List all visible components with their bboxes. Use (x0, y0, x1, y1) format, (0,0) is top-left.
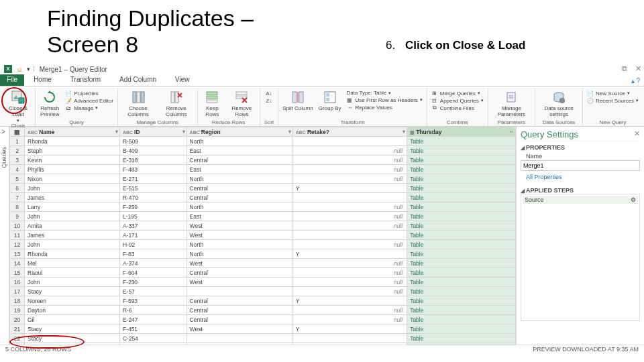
cell-id[interactable]: F-259 (119, 202, 186, 212)
remove-rows-button[interactable]: Remove Rows (228, 88, 255, 118)
collapse-icon[interactable]: ◢ (521, 188, 525, 194)
cell-id[interactable]: A-171 (119, 231, 186, 240)
cell-name[interactable]: Raoul (25, 268, 120, 278)
first-row-headers-button[interactable]: ▦Use First Row as Headers▾ (346, 97, 422, 103)
close-window-icon[interactable]: ✕ (635, 64, 641, 73)
table-row[interactable]: 18NoreenF-593CentralYTable (10, 296, 516, 306)
row-number[interactable]: 13 (10, 249, 25, 259)
cell-name[interactable]: Amita (25, 221, 120, 231)
sort-desc-button[interactable]: Z↓ (266, 97, 272, 104)
cell-name[interactable]: Gil (25, 315, 120, 324)
table-row[interactable]: 4PhyllisF-483EastnullTable (10, 165, 516, 174)
cell-region[interactable]: East (186, 212, 292, 221)
cell-thursday[interactable]: Table (407, 324, 516, 334)
tab-transform[interactable]: Transform (61, 74, 110, 86)
cell-thursday[interactable]: Table (407, 240, 516, 249)
cell-name[interactable]: Phyllis (25, 165, 120, 174)
cell-thursday[interactable]: Table (407, 306, 516, 315)
cell-region[interactable]: North (186, 249, 292, 259)
table-row[interactable]: 14MelA-374WestnullTable (10, 259, 516, 268)
cell-region[interactable]: East (186, 146, 292, 156)
help-icon[interactable]: ? (636, 77, 640, 84)
cell-name[interactable]: Rhonda (25, 249, 120, 259)
table-row[interactable]: 17StacyE-57nullTable (10, 287, 516, 296)
row-number[interactable]: 17 (10, 287, 25, 296)
row-number[interactable]: 14 (10, 259, 25, 268)
cell-retake[interactable] (292, 231, 407, 240)
cell-id[interactable]: F-230 (119, 278, 186, 287)
cell-region[interactable]: West (186, 259, 292, 268)
column-header-retake[interactable]: ABCRetake?▾ (292, 127, 407, 137)
cell-retake[interactable]: null (292, 306, 407, 315)
refresh-preview-button[interactable]: Refresh Preview (40, 88, 60, 118)
cell-name[interactable]: Noreen (25, 296, 120, 306)
cell-thursday[interactable]: Table (407, 268, 516, 278)
cell-name[interactable]: Kevin (25, 156, 120, 165)
cell-retake[interactable]: null (292, 287, 407, 296)
cell-id[interactable]: E-57 (119, 287, 186, 296)
cell-thursday[interactable]: Table (407, 212, 516, 221)
cell-region[interactable]: East (186, 165, 292, 174)
table-row[interactable]: 13RhondaF-83NorthYTable (10, 249, 516, 259)
corner-cell[interactable]: ▦ (10, 127, 25, 137)
restore-icon[interactable]: ⧉ (622, 64, 627, 73)
table-row[interactable]: 9JohnL-195EastnullTable (10, 212, 516, 221)
cell-region[interactable]: Central (186, 156, 292, 165)
cell-thursday[interactable]: Table (407, 165, 516, 174)
cell-retake[interactable]: null (292, 259, 407, 268)
cell-retake[interactable]: null (292, 212, 407, 221)
cell-thursday[interactable]: Table (407, 231, 516, 240)
cell-name[interactable]: Dayton (25, 306, 120, 315)
cell-retake[interactable]: null (292, 315, 407, 324)
cell-id[interactable]: F-83 (119, 249, 186, 259)
cell-thursday[interactable]: Table (407, 146, 516, 156)
keep-rows-button[interactable]: Keep Rows (202, 88, 223, 118)
cell-region[interactable]: North (186, 137, 292, 146)
cell-retake[interactable]: null (292, 174, 407, 184)
row-number[interactable]: 15 (10, 268, 25, 278)
cell-thursday[interactable]: Table (407, 156, 516, 165)
cell-thursday[interactable]: Table (407, 137, 516, 146)
cell-region[interactable] (186, 287, 292, 296)
cell-id[interactable]: F-604 (119, 268, 186, 278)
close-load-dropdown-icon[interactable]: ▾ (17, 118, 19, 123)
append-queries-button[interactable]: ⊟Append Queries▾ (431, 97, 484, 104)
expand-icon[interactable]: ↔ (508, 129, 514, 135)
row-number[interactable]: 1 (10, 137, 25, 146)
cell-retake[interactable] (292, 137, 407, 146)
column-header-region[interactable]: ABCRegion▾ (186, 127, 292, 137)
step-source[interactable]: Source ⚙ (523, 196, 638, 204)
cell-retake[interactable]: Y (292, 249, 407, 259)
cell-thursday[interactable]: Table (407, 184, 516, 193)
column-header-id[interactable]: ABCID▾ (119, 127, 186, 137)
cell-thursday[interactable]: Table (407, 193, 516, 202)
cell-id[interactable]: R-6 (119, 306, 186, 315)
cell-region[interactable]: Central (186, 268, 292, 278)
close-and-load-button[interactable]: Close & Load ▾ (5, 88, 31, 123)
tab-add-column[interactable]: Add Column (110, 74, 166, 86)
cell-name[interactable]: Larry (25, 202, 120, 212)
cell-name[interactable]: John (25, 184, 120, 193)
table-row[interactable]: 6JohnE-515CentralYTable (10, 184, 516, 193)
cell-region[interactable]: West (186, 324, 292, 334)
table-row[interactable]: 1RhondaR-509NorthTable (10, 137, 516, 146)
row-number[interactable]: 20 (10, 315, 25, 324)
queries-rail[interactable]: > Queries (0, 127, 9, 355)
cell-id[interactable]: F-451 (119, 324, 186, 334)
cell-retake[interactable]: null (292, 156, 407, 165)
table-row[interactable]: 8LarryF-259NorthnullTable (10, 202, 516, 212)
table-row[interactable]: 15RaoulF-604CentralnullTable (10, 268, 516, 278)
remove-columns-button[interactable]: Remove Columns (160, 88, 193, 118)
cell-id[interactable]: F-483 (119, 165, 186, 174)
cell-retake[interactable]: Y (292, 296, 407, 306)
cell-name[interactable]: James (25, 193, 120, 202)
row-number[interactable]: 10 (10, 221, 25, 231)
cell-name[interactable]: Stacy (25, 324, 120, 334)
cell-id[interactable]: F-593 (119, 296, 186, 306)
row-number[interactable]: 2 (10, 146, 25, 156)
row-number[interactable]: 7 (10, 193, 25, 202)
cell-region[interactable]: West (186, 221, 292, 231)
row-number[interactable]: 12 (10, 240, 25, 249)
cell-thursday[interactable]: Table (407, 287, 516, 296)
table-row[interactable]: 20GilE-247CentralnullTable (10, 315, 516, 324)
